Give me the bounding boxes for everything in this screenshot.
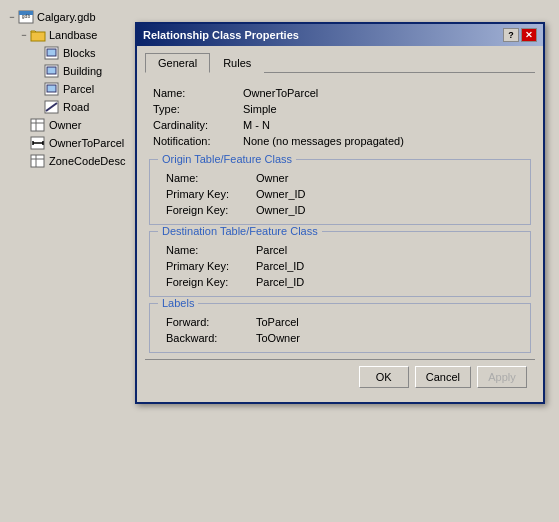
tree-item-owner[interactable]: Owner — [4, 116, 136, 134]
zonecodedesc-label: ZoneCodeDesc — [49, 155, 125, 167]
tab-rules[interactable]: Rules — [210, 53, 264, 73]
tree-panel: − gdb Calgary.gdb − Landbase — [0, 0, 140, 522]
origin-section: Origin Table/Feature Class Name: Owner P… — [149, 159, 531, 225]
cardinality-row: Cardinality: M - N — [145, 117, 535, 133]
origin-pk-label: Primary Key: — [166, 188, 256, 200]
table-zone-icon — [30, 153, 46, 169]
tree-item-landbase[interactable]: − Landbase — [4, 26, 136, 44]
destination-section-content: Name: Parcel Primary Key: Parcel_ID Fore… — [158, 242, 522, 290]
type-label: Type: — [153, 103, 243, 115]
cardinality-value: M - N — [243, 119, 270, 131]
relationship-icon — [30, 135, 46, 151]
name-row: Name: OwnerToParcel — [145, 85, 535, 101]
tree-item-ownertoparcel[interactable]: OwnerToParcel — [4, 134, 136, 152]
landbase-label: Landbase — [49, 29, 97, 41]
forward-label: Forward: — [166, 316, 256, 328]
origin-name-label: Name: — [166, 172, 256, 184]
cardinality-label: Cardinality: — [153, 119, 243, 131]
close-button[interactable]: ✕ — [521, 28, 537, 42]
labels-section-title: Labels — [158, 297, 198, 309]
origin-section-content: Name: Owner Primary Key: Owner_ID Foreig… — [158, 170, 522, 218]
tree-item-zonecodedesc[interactable]: ZoneCodeDesc — [4, 152, 136, 170]
dest-name-value: Parcel — [256, 244, 287, 256]
backward-label: Backward: — [166, 332, 256, 344]
forward-row: Forward: ToParcel — [158, 314, 522, 330]
tree-item-building[interactable]: Building — [4, 62, 136, 80]
dialog-title: Relationship Class Properties — [143, 29, 299, 41]
tree-item-parcel[interactable]: Parcel — [4, 80, 136, 98]
origin-fk-label: Foreign Key: — [166, 204, 256, 216]
origin-pk-row: Primary Key: Owner_ID — [158, 186, 522, 202]
owner-label: Owner — [49, 119, 81, 131]
tab-general[interactable]: General — [145, 53, 210, 73]
dialog-content: General Rules Name: OwnerToParcel Type: … — [137, 46, 543, 402]
dest-pk-value: Parcel_ID — [256, 260, 304, 272]
apply-button[interactable]: Apply — [477, 366, 527, 388]
dest-name-label: Name: — [166, 244, 256, 256]
tree-toggle-landbase[interactable]: − — [18, 29, 30, 41]
dialog-footer: OK Cancel Apply — [145, 359, 535, 394]
relationship-class-dialog: Relationship Class Properties ? ✕ Genera… — [135, 22, 545, 404]
dest-fk-value: Parcel_ID — [256, 276, 304, 288]
ok-button[interactable]: OK — [359, 366, 409, 388]
svg-rect-3 — [31, 32, 45, 41]
feature-class-road-icon — [44, 99, 60, 115]
properties-grid: Name: OwnerToParcel Type: Simple Cardina… — [145, 81, 535, 153]
feature-class-building-icon — [44, 63, 60, 79]
name-value: OwnerToParcel — [243, 87, 318, 99]
backward-value: ToOwner — [256, 332, 300, 344]
feature-class-icon — [44, 45, 60, 61]
dest-name-row: Name: Parcel — [158, 242, 522, 258]
svg-rect-12 — [31, 119, 44, 131]
svg-text:gdb: gdb — [22, 13, 31, 19]
folder-icon — [30, 27, 46, 43]
backward-row: Backward: ToOwner — [158, 330, 522, 346]
root-label: Calgary.gdb — [37, 11, 96, 23]
dest-pk-row: Primary Key: Parcel_ID — [158, 258, 522, 274]
tree-item-blocks[interactable]: Blocks — [4, 44, 136, 62]
building-label: Building — [63, 65, 102, 77]
destination-section: Destination Table/Feature Class Name: Pa… — [149, 231, 531, 297]
dest-fk-label: Foreign Key: — [166, 276, 256, 288]
help-button[interactable]: ? — [503, 28, 519, 42]
titlebar-buttons: ? ✕ — [503, 28, 537, 42]
origin-name-value: Owner — [256, 172, 288, 184]
labels-section-content: Forward: ToParcel Backward: ToOwner — [158, 314, 522, 346]
tree-item-root[interactable]: − gdb Calgary.gdb — [4, 8, 136, 26]
tree-toggle-root[interactable]: − — [6, 11, 18, 23]
type-row: Type: Simple — [145, 101, 535, 117]
feature-class-parcel-icon — [44, 81, 60, 97]
notification-label: Notification: — [153, 135, 243, 147]
labels-section: Labels Forward: ToParcel Backward: ToOwn… — [149, 303, 531, 353]
forward-value: ToParcel — [256, 316, 299, 328]
table-owner-icon — [30, 117, 46, 133]
name-label: Name: — [153, 87, 243, 99]
type-value: Simple — [243, 103, 277, 115]
dest-fk-row: Foreign Key: Parcel_ID — [158, 274, 522, 290]
parcel-label: Parcel — [63, 83, 94, 95]
origin-pk-value: Owner_ID — [256, 188, 306, 200]
cancel-button[interactable]: Cancel — [415, 366, 471, 388]
origin-name-row: Name: Owner — [158, 170, 522, 186]
dest-pk-label: Primary Key: — [166, 260, 256, 272]
destination-section-title: Destination Table/Feature Class — [158, 225, 322, 237]
notification-row: Notification: None (no messages propagat… — [145, 133, 535, 149]
svg-rect-9 — [47, 85, 56, 92]
ownertoparcel-label: OwnerToParcel — [49, 137, 124, 149]
svg-rect-5 — [47, 49, 56, 56]
blocks-label: Blocks — [63, 47, 95, 59]
svg-rect-7 — [47, 67, 56, 74]
origin-fk-row: Foreign Key: Owner_ID — [158, 202, 522, 218]
tab-bar: General Rules — [145, 52, 535, 73]
origin-section-title: Origin Table/Feature Class — [158, 153, 296, 165]
origin-fk-value: Owner_ID — [256, 204, 306, 216]
gdb-icon: gdb — [18, 9, 34, 25]
tree-item-road[interactable]: Road — [4, 98, 136, 116]
svg-rect-19 — [31, 155, 44, 167]
road-label: Road — [63, 101, 89, 113]
dialog-titlebar: Relationship Class Properties ? ✕ — [137, 24, 543, 46]
notification-value: None (no messages propagated) — [243, 135, 404, 147]
